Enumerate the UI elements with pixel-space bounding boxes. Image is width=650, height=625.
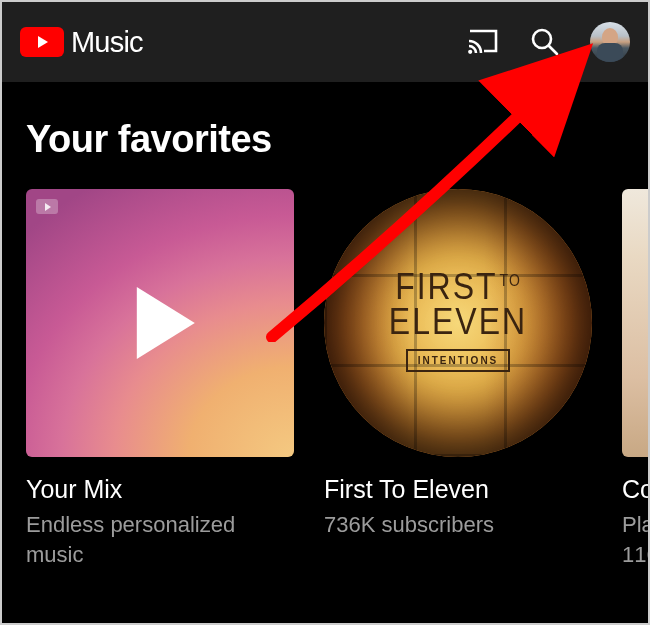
card-subtitle: Play 116 <box>622 510 650 569</box>
card-subtitle: Endless personalized music <box>26 510 294 569</box>
youtube-mini-icon <box>36 199 58 214</box>
art-line2: ELEVEN <box>389 301 527 342</box>
svg-line-2 <box>549 46 557 54</box>
first-to-eleven-art: FIRSTTO ELEVEN INTENTIONS <box>324 189 592 457</box>
album-badge: INTENTIONS <box>406 349 511 372</box>
cast-icon[interactable] <box>466 25 500 59</box>
svg-point-0 <box>468 50 472 54</box>
play-icon <box>137 287 195 359</box>
profile-avatar[interactable] <box>590 22 630 62</box>
card-first-to-eleven[interactable]: FIRSTTO ELEVEN INTENTIONS First To Eleve… <box>324 189 592 569</box>
app-logo[interactable]: Music <box>20 26 456 59</box>
partial-art <box>622 189 650 457</box>
card-partial[interactable]: Cov Play 116 <box>622 189 650 569</box>
card-title: First To Eleven <box>324 475 592 504</box>
search-icon[interactable] <box>528 25 562 59</box>
art-to: TO <box>500 271 521 289</box>
top-bar: Music <box>2 2 648 82</box>
app-name: Music <box>71 26 143 59</box>
section-title: Your favorites <box>26 118 648 161</box>
main-content: Your favorites Your Mix Endless personal… <box>2 82 648 569</box>
favorites-carousel[interactable]: Your Mix Endless personalized music FIRS… <box>26 189 648 569</box>
your-mix-art <box>26 189 294 457</box>
topbar-actions <box>466 22 630 62</box>
card-subtitle: 736K subscribers <box>324 510 592 540</box>
card-your-mix[interactable]: Your Mix Endless personalized music <box>26 189 294 569</box>
card-title: Your Mix <box>26 475 294 504</box>
youtube-play-icon <box>20 27 64 57</box>
card-title: Cov <box>622 475 650 504</box>
album-art-text: FIRSTTO ELEVEN <box>389 270 527 340</box>
